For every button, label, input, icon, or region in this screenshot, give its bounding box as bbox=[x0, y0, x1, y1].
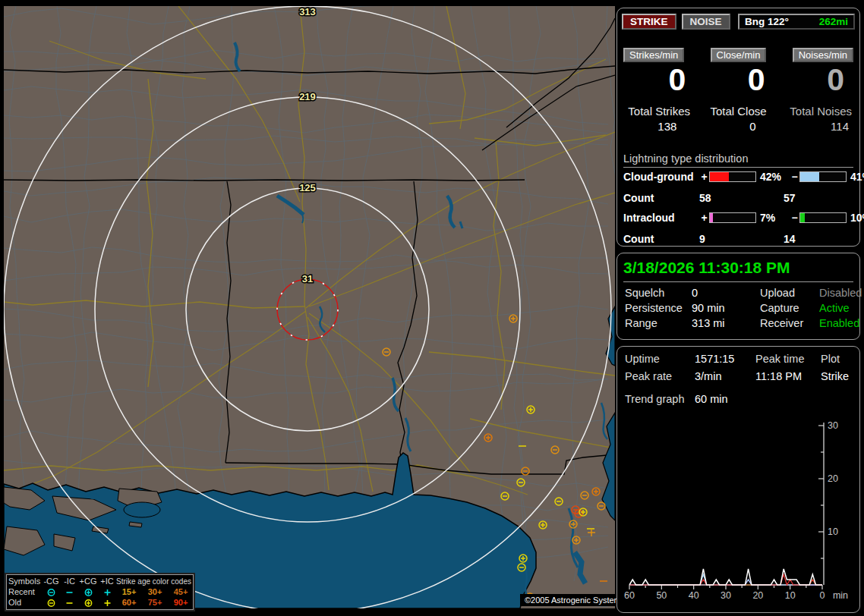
age-45: 45+ bbox=[168, 587, 194, 596]
distribution-title: Lightning type distribution bbox=[623, 152, 853, 168]
plus-sign: + bbox=[699, 212, 709, 224]
plot-label: Plot bbox=[821, 353, 855, 365]
receiver-label: Receiver bbox=[760, 317, 819, 329]
total-strikes-label: Total Strikes bbox=[623, 105, 695, 118]
noises-per-min-button[interactable]: Noises/min bbox=[793, 48, 853, 62]
age-90: 90+ bbox=[168, 598, 194, 607]
recent-ic-pos-icon bbox=[98, 586, 116, 596]
legend-col-ic-pos: +IC bbox=[98, 577, 116, 586]
svg-text:50: 50 bbox=[656, 590, 667, 601]
total-strikes-value: 138 bbox=[623, 120, 695, 133]
stats-row: Peak rate 3/min 11:18 PM Strike bbox=[625, 370, 855, 382]
minus-sign: − bbox=[790, 212, 799, 224]
count-label: Count bbox=[623, 233, 699, 245]
range-label: Range bbox=[625, 317, 692, 329]
total-noises-value: 114 bbox=[782, 120, 853, 133]
noises-rate-value: 0 bbox=[782, 64, 853, 96]
status-row: Persistence 90 min Capture Active bbox=[625, 302, 855, 314]
intracloud-row: Intracloud + 7% − 10% bbox=[623, 212, 856, 224]
peak-rate-value: 3/min bbox=[695, 370, 755, 382]
squelch-label: Squelch bbox=[625, 287, 692, 299]
persistence-label: Persistence bbox=[625, 302, 692, 314]
ic-positive-bar bbox=[709, 212, 756, 223]
close-rate-value: 0 bbox=[702, 64, 774, 96]
svg-text:min: min bbox=[833, 590, 848, 601]
old-ic-neg-icon bbox=[61, 597, 78, 607]
map-legend: Symbols -CG -IC +CG +IC Strike age color… bbox=[6, 574, 194, 610]
svg-text:0: 0 bbox=[820, 590, 825, 601]
trend-graph-label: Trend graph bbox=[625, 393, 695, 405]
cg-negative-bar bbox=[799, 171, 847, 182]
stats-row: Trend graph 60 min bbox=[625, 393, 855, 405]
squelch-value: 0 bbox=[692, 287, 760, 299]
status-panel: 3/18/2026 11:30:18 PM Squelch 0 Upload D… bbox=[616, 253, 860, 340]
bearing-display[interactable]: Bng 122° 262mi bbox=[738, 14, 855, 30]
ic-negative-bar bbox=[799, 212, 847, 223]
strike-button[interactable]: STRIKE bbox=[622, 14, 676, 30]
plus-sign: + bbox=[699, 171, 709, 183]
age-75: 75+ bbox=[142, 598, 168, 607]
intracloud-label: Intracloud bbox=[623, 212, 699, 224]
legend-old-label: Old bbox=[8, 598, 42, 607]
cg-positive-count: 58 bbox=[699, 192, 784, 204]
minus-sign: − bbox=[790, 171, 799, 183]
peak-time-label: Peak time bbox=[755, 353, 821, 365]
ic-negative-count: 14 bbox=[784, 233, 856, 245]
intracloud-count-row: Count 9 14 bbox=[623, 233, 856, 245]
svg-text:30: 30 bbox=[721, 590, 731, 601]
svg-text:20: 20 bbox=[828, 473, 838, 484]
legend-age-title: Strike age color codes bbox=[116, 577, 194, 586]
noise-button[interactable]: NOISE bbox=[682, 14, 730, 30]
peak-time-value: 11:18 PM bbox=[755, 370, 821, 382]
cg-negative-count: 57 bbox=[784, 192, 856, 204]
ic-negative-pct: 10% bbox=[847, 212, 864, 224]
cloud-ground-label: Cloud-ground bbox=[623, 171, 699, 183]
copyright-label: ©2005 Astrogenic Systems bbox=[520, 594, 629, 606]
status-row: Squelch 0 Upload Disabled bbox=[625, 287, 855, 299]
peak-rate-label: Peak rate bbox=[625, 370, 695, 382]
legend-col-cg-pos: +CG bbox=[78, 577, 98, 586]
age-30: 30+ bbox=[142, 587, 168, 596]
svg-text:31: 31 bbox=[302, 273, 313, 284]
total-close-value: 0 bbox=[702, 120, 774, 133]
recent-ic-neg-icon bbox=[61, 586, 78, 596]
count-label: Count bbox=[623, 192, 699, 204]
legend-recent-label: Recent bbox=[8, 587, 42, 596]
svg-text:313: 313 bbox=[299, 6, 316, 17]
cg-positive-pct: 42% bbox=[756, 171, 790, 183]
legend-col-cg-neg: -CG bbox=[42, 577, 61, 586]
trend-series-strikes-total bbox=[629, 569, 822, 585]
bearing-range: 262mi bbox=[819, 16, 848, 27]
map-pane[interactable]: 31321912531 Symbols -CG -IC +CG +IC Stri… bbox=[4, 6, 615, 608]
total-noises-label: Total Noises bbox=[782, 105, 853, 118]
svg-text:125: 125 bbox=[299, 182, 316, 193]
status-row: Range 313 mi Receiver Enabled bbox=[625, 317, 855, 329]
uptime-label: Uptime bbox=[625, 353, 695, 365]
age-60: 60+ bbox=[116, 598, 142, 607]
ic-positive-pct: 7% bbox=[756, 212, 790, 224]
close-per-min-button[interactable]: Close/min bbox=[711, 48, 767, 62]
total-close-label: Total Close bbox=[702, 105, 774, 118]
svg-text:30: 30 bbox=[828, 420, 838, 431]
datetime-display: 3/18/2026 11:30:18 PM bbox=[623, 259, 853, 282]
ic-positive-count: 9 bbox=[699, 233, 784, 245]
old-cg-neg-icon bbox=[42, 597, 61, 607]
upload-status: Disabled bbox=[819, 287, 862, 299]
svg-text:20: 20 bbox=[752, 590, 763, 601]
age-15: 15+ bbox=[116, 587, 142, 596]
strike-stats-panel: STRIKE NOISE Bng 122° 262mi Strikes/min … bbox=[616, 8, 860, 247]
lightning-map[interactable]: 31321912531 bbox=[4, 6, 615, 608]
svg-text:219: 219 bbox=[299, 91, 316, 102]
strikes-rate-value: 0 bbox=[623, 64, 695, 96]
recent-cg-neg-icon bbox=[42, 586, 61, 596]
svg-text:60: 60 bbox=[624, 590, 635, 601]
capture-label: Capture bbox=[760, 302, 819, 314]
cloud-ground-count-row: Count 58 57 bbox=[623, 192, 856, 204]
upload-label: Upload bbox=[760, 287, 819, 299]
plot-mode-value: Strike bbox=[821, 370, 855, 382]
uptime-value: 1571:15 bbox=[695, 353, 755, 365]
svg-text:10: 10 bbox=[785, 590, 796, 601]
trend-panel: Uptime 1571:15 Peak time Plot Peak rate … bbox=[616, 346, 860, 613]
capture-status: Active bbox=[819, 302, 855, 314]
strikes-per-min-button[interactable]: Strikes/min bbox=[623, 48, 684, 62]
